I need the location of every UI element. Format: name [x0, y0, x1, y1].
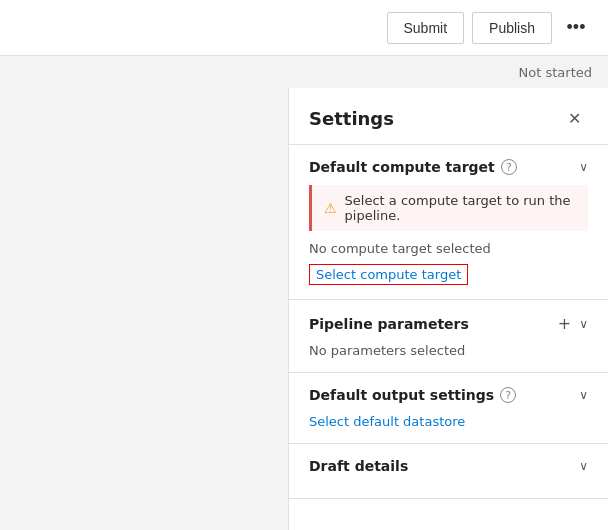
- more-icon: •••: [567, 17, 586, 38]
- pipeline-status: Not started: [519, 65, 592, 80]
- draft-details-section-actions: ∨: [579, 459, 588, 473]
- section-draft-details-title-row: Draft details: [309, 458, 408, 474]
- no-params-text: No parameters selected: [309, 343, 588, 358]
- compute-warning-box: ⚠ Select a compute target to run the pip…: [309, 185, 588, 231]
- panel-header: Settings ✕: [289, 88, 608, 145]
- section-draft-details-header: Draft details ∨: [309, 458, 588, 474]
- add-param-icon[interactable]: +: [558, 314, 571, 333]
- section-output-settings-header: Default output settings ? ∨: [309, 387, 588, 403]
- settings-panel: Settings ✕ Default compute target ? ∨ ⚠ …: [288, 88, 608, 530]
- section-pipeline-params-title-row: Pipeline parameters: [309, 316, 469, 332]
- pipeline-params-section-actions: + ∨: [558, 314, 588, 333]
- select-compute-target-link[interactable]: Select compute target: [309, 264, 468, 285]
- warning-triangle-icon: ⚠: [324, 200, 337, 216]
- section-compute-title: Default compute target: [309, 159, 495, 175]
- pipeline-params-chevron-icon[interactable]: ∨: [579, 317, 588, 331]
- submit-button[interactable]: Submit: [387, 12, 465, 44]
- section-output-settings-title-row: Default output settings ?: [309, 387, 516, 403]
- section-output-settings: Default output settings ? ∨ Select defau…: [289, 373, 608, 444]
- section-compute-header: Default compute target ? ∨: [309, 159, 588, 175]
- publish-button[interactable]: Publish: [472, 12, 552, 44]
- compute-section-actions: ∨: [579, 160, 588, 174]
- section-draft-details-title: Draft details: [309, 458, 408, 474]
- section-output-settings-title: Default output settings: [309, 387, 494, 403]
- section-pipeline-params: Pipeline parameters + ∨ No parameters se…: [289, 300, 608, 373]
- section-pipeline-params-title: Pipeline parameters: [309, 316, 469, 332]
- draft-details-chevron-icon[interactable]: ∨: [579, 459, 588, 473]
- section-pipeline-params-header: Pipeline parameters + ∨: [309, 314, 588, 333]
- top-bar: Submit Publish •••: [0, 0, 608, 56]
- close-icon: ✕: [568, 109, 581, 128]
- compute-warning-text: Select a compute target to run the pipel…: [345, 193, 576, 223]
- more-options-button[interactable]: •••: [560, 12, 592, 44]
- section-compute-title-row: Default compute target ?: [309, 159, 517, 175]
- no-compute-text: No compute target selected: [309, 241, 588, 256]
- canvas-area: [0, 88, 288, 530]
- compute-help-icon[interactable]: ?: [501, 159, 517, 175]
- panel-title: Settings: [309, 108, 394, 129]
- main-content: Settings ✕ Default compute target ? ∨ ⚠ …: [0, 88, 608, 530]
- output-settings-chevron-icon[interactable]: ∨: [579, 388, 588, 402]
- section-draft-details: Draft details ∨: [289, 444, 608, 499]
- output-help-icon[interactable]: ?: [500, 387, 516, 403]
- close-panel-button[interactable]: ✕: [560, 104, 588, 132]
- section-compute: Default compute target ? ∨ ⚠ Select a co…: [289, 145, 608, 300]
- compute-chevron-icon[interactable]: ∨: [579, 160, 588, 174]
- output-settings-section-actions: ∨: [579, 388, 588, 402]
- status-bar: Not started: [0, 56, 608, 88]
- select-datastore-link[interactable]: Select default datastore: [309, 414, 465, 429]
